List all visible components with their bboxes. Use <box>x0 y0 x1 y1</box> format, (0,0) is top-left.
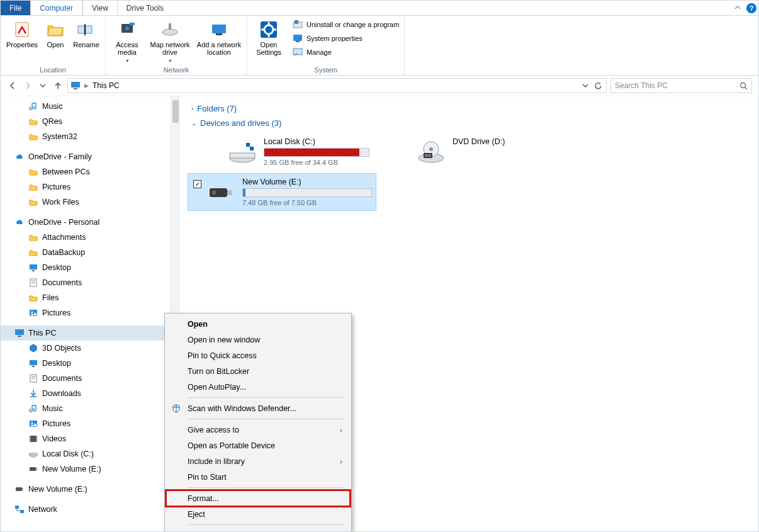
ribbon-add-location[interactable]: Add a network location <box>196 18 242 56</box>
address-refresh-button[interactable] <box>592 80 604 91</box>
nav-new-volume-1[interactable]: New Volume (E:) <box>1 461 172 477</box>
nav-this-pc[interactable]: This PC <box>1 325 172 341</box>
ctx-open[interactable]: Open <box>166 316 350 332</box>
nav-desktop-2[interactable]: Desktop <box>1 356 172 371</box>
ctx-pin-quick-access[interactable]: Pin to Quick access <box>166 348 350 363</box>
nav-videos[interactable]: Videos <box>1 431 172 446</box>
ctx-autoplay[interactable]: Open AutoPlay... <box>166 379 350 395</box>
tab-view[interactable]: View <box>82 1 117 15</box>
ribbon-access-media[interactable]: Access media▼ <box>111 18 143 65</box>
help-icon[interactable]: ? <box>745 1 758 15</box>
nav-pictures-3[interactable]: Pictures <box>1 416 172 431</box>
drive-local-disk[interactable]: Local Disk (C:) 2.95 GB free of 34.4 GB <box>223 133 374 171</box>
ribbon-system-properties[interactable]: System properties <box>293 32 399 45</box>
ribbon-properties[interactable]: Properties <box>6 18 38 48</box>
address-bar[interactable]: ▶ This PC <box>67 78 607 93</box>
drives-group-header[interactable]: ⌄ Devices and drives (3) <box>191 118 751 128</box>
folder-icon <box>28 167 38 177</box>
nav-up-button[interactable] <box>52 80 64 91</box>
svg-rect-8 <box>169 23 171 30</box>
ribbon-properties-label: Properties <box>6 41 38 48</box>
tab-computer[interactable]: Computer <box>30 1 82 15</box>
nav-between-pcs[interactable]: Between PCs <box>1 164 172 179</box>
nav-recent-dropdown[interactable] <box>37 80 48 91</box>
nav-downloads[interactable]: Downloads <box>1 386 172 401</box>
breadcrumb-separator-icon[interactable]: ▶ <box>84 82 89 89</box>
drive-new-volume[interactable]: ✓ New Volume (E:) 7.48 GB free of 7.50 G… <box>188 173 376 211</box>
ribbon-map-drive[interactable]: Map network drive▼ <box>149 18 191 65</box>
svg-rect-3 <box>84 24 86 35</box>
ctx-portable-device[interactable]: Open as Portable Device <box>166 438 350 453</box>
pictures-icon <box>28 419 38 429</box>
svg-rect-44 <box>30 436 31 442</box>
ribbon-uninstall[interactable]: Uninstall or change a program <box>293 18 399 31</box>
ribbon-open-settings[interactable]: Open Settings <box>252 18 285 56</box>
nav-pictures-2[interactable]: Pictures <box>1 305 172 320</box>
nav-files[interactable]: Files <box>1 290 172 305</box>
ctx-eject[interactable]: Eject <box>166 506 350 522</box>
svg-text:DVD: DVD <box>425 154 432 157</box>
ctx-open-new-window[interactable]: Open in new window <box>166 332 350 348</box>
nav-3d-objects[interactable]: 3D Objects <box>1 341 172 356</box>
navigation-pane[interactable]: Music QRes System32 OneDrive - Family Be… <box>1 96 172 519</box>
breadcrumb-location[interactable]: This PC <box>93 81 120 90</box>
ribbon-system-label: System <box>252 65 399 74</box>
nav-onedrive-family[interactable]: OneDrive - Family <box>1 149 172 164</box>
search-icon <box>739 82 748 90</box>
drive-dvd[interactable]: DVD DVD Drive (D:) <box>412 133 537 171</box>
nav-onedrive-personal[interactable]: OneDrive - Personal <box>1 215 172 230</box>
search-box[interactable]: Search This PC <box>610 78 752 93</box>
svg-rect-21 <box>293 48 302 55</box>
usb-icon <box>28 464 38 474</box>
nav-new-volume-2[interactable]: New Volume (E:) <box>1 482 172 497</box>
svg-rect-55 <box>230 153 255 158</box>
folder-icon <box>28 293 38 303</box>
ctx-bitlocker[interactable]: Turn on BitLocker <box>166 363 350 379</box>
ribbon-manage[interactable]: Manage <box>293 46 399 59</box>
ribbon-open[interactable]: Open <box>43 18 67 48</box>
pictures-icon <box>28 308 38 318</box>
folder-icon <box>28 232 38 242</box>
nav-documents-1[interactable]: Documents <box>1 275 172 290</box>
submenu-arrow-icon: › <box>340 458 342 465</box>
local-disk-icon <box>227 137 257 166</box>
address-history-dropdown[interactable] <box>580 80 591 91</box>
folder-icon <box>28 197 38 207</box>
downloads-icon <box>28 388 38 399</box>
ctx-include-library[interactable]: Include in library› <box>166 453 350 469</box>
nav-documents-2[interactable]: Documents <box>1 371 172 386</box>
ribbon-collapse-icon[interactable] <box>731 1 745 15</box>
ctx-format[interactable]: Format... <box>166 490 350 506</box>
nav-back-button[interactable] <box>7 80 18 91</box>
nav-local-disk[interactable]: Local Disk (C:) <box>1 446 172 461</box>
ctx-give-access[interactable]: Give access to› <box>166 422 350 438</box>
scrollbar-thumb[interactable] <box>172 100 179 123</box>
settings-gear-icon <box>259 20 279 40</box>
ctx-pin-start[interactable]: Pin to Start <box>166 469 350 485</box>
nav-music[interactable]: Music <box>1 99 172 114</box>
svg-rect-5 <box>130 23 135 25</box>
nav-system32[interactable]: System32 <box>1 129 172 144</box>
chevron-right-icon: › <box>191 105 193 112</box>
nav-pictures-1[interactable]: Pictures <box>1 179 172 195</box>
ctx-defender[interactable]: Scan with Windows Defender... <box>166 400 350 416</box>
nav-network[interactable]: Network <box>1 502 172 517</box>
defender-shield-icon <box>171 404 181 414</box>
nav-workfiles[interactable]: Work Files <box>1 195 172 210</box>
nav-forward-button[interactable] <box>22 80 33 91</box>
nav-databackup[interactable]: DataBackup <box>1 245 172 260</box>
ctx-cut[interactable]: Cut <box>166 528 350 531</box>
svg-rect-49 <box>36 468 37 470</box>
nav-desktop-1[interactable]: Desktop <box>1 260 172 275</box>
selection-checkbox[interactable]: ✓ <box>193 180 201 188</box>
nav-attachments[interactable]: Attachments <box>1 230 172 245</box>
document-icon <box>28 373 38 383</box>
folders-group-header[interactable]: › Folders (7) <box>191 104 751 113</box>
tab-drive-tools[interactable]: Drive Tools <box>117 1 172 15</box>
svg-point-6 <box>125 26 129 30</box>
nav-music-2[interactable]: Music <box>1 401 172 416</box>
nav-qres[interactable]: QRes <box>1 114 172 129</box>
svg-rect-22 <box>71 82 80 88</box>
tab-file[interactable]: File <box>1 1 30 15</box>
ribbon-rename[interactable]: Rename <box>72 18 100 48</box>
